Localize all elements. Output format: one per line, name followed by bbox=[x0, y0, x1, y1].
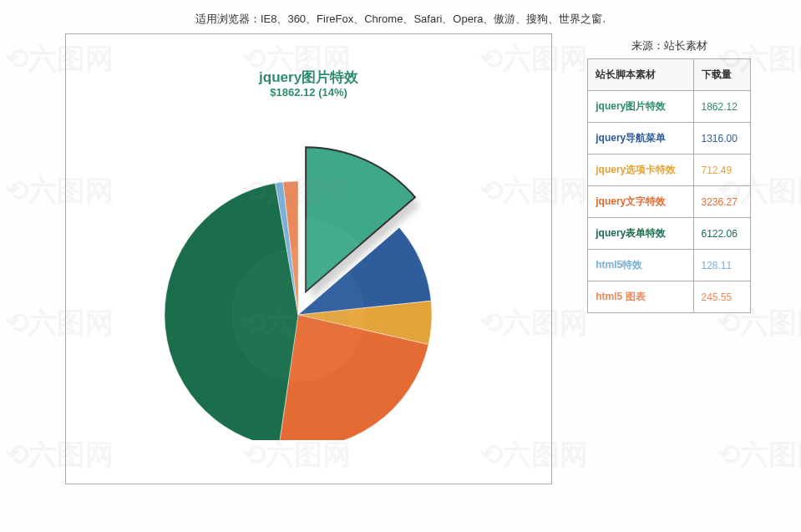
row-name: jquery导航菜单 bbox=[588, 123, 693, 155]
chart-title: jquery图片特效 bbox=[66, 68, 551, 87]
row-value: 245.55 bbox=[693, 281, 751, 313]
table-row[interactable]: jquery导航菜单1316.00 bbox=[588, 123, 751, 155]
row-name: jquery表单特效 bbox=[588, 218, 693, 250]
col-header-name: 站长脚本素材 bbox=[588, 59, 693, 91]
row-name: jquery文字特效 bbox=[588, 186, 693, 218]
source-label: 来源：站长素材 bbox=[587, 38, 751, 53]
pie-chart-container: jquery图片特效 $1862.12 (14%) bbox=[65, 33, 552, 484]
row-value: 1862.12 bbox=[693, 91, 751, 123]
chart-subtitle: $1862.12 (14%) bbox=[66, 86, 551, 99]
row-name: html5 图表 bbox=[588, 281, 693, 313]
data-table-body: jquery图片特效1862.12jquery导航菜单1316.00jquery… bbox=[588, 91, 751, 313]
row-value: 3236.27 bbox=[693, 186, 751, 218]
table-row[interactable]: jquery文字特效3236.27 bbox=[588, 186, 751, 218]
row-name: html5特效 bbox=[588, 250, 693, 281]
row-value: 6122.06 bbox=[693, 218, 751, 250]
row-value: 128.11 bbox=[693, 250, 751, 281]
table-row[interactable]: jquery表单特效6122.06 bbox=[588, 218, 751, 250]
row-name: jquery图片特效 bbox=[588, 91, 693, 123]
table-row[interactable]: jquery选项卡特效712.49 bbox=[588, 155, 751, 186]
table-row[interactable]: jquery图片特效1862.12 bbox=[588, 91, 751, 123]
pie-chart[interactable] bbox=[156, 106, 474, 440]
row-value: 712.49 bbox=[693, 155, 751, 186]
browser-support-text: 适用浏览器：IE8、360、FireFox、Chrome、Safari、Oper… bbox=[0, 0, 801, 33]
table-row[interactable]: html5特效128.11 bbox=[588, 250, 751, 281]
data-table: 站长脚本素材 下载量 jquery图片特效1862.12jquery导航菜单13… bbox=[587, 58, 751, 313]
table-row[interactable]: html5 图表245.55 bbox=[588, 281, 751, 313]
col-header-value: 下载量 bbox=[693, 59, 751, 91]
row-value: 1316.00 bbox=[693, 123, 751, 155]
row-name: jquery选项卡特效 bbox=[588, 155, 693, 186]
